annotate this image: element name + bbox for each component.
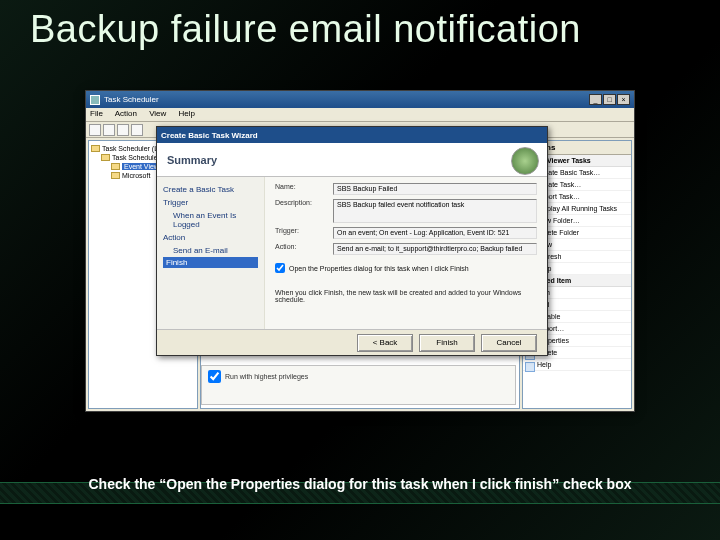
create-basic-task-wizard: Create Basic Task Wizard Summary Create … [156,126,548,356]
value-name: SBS Backup Failed [333,183,537,195]
highest-privileges-checkbox[interactable] [208,370,221,383]
app-icon [90,95,100,105]
label-name: Name: [275,183,333,195]
forward-icon[interactable] [103,124,115,136]
label-action: Action: [275,243,333,255]
menu-view[interactable]: View [149,109,166,118]
minimize-button[interactable]: _ [589,94,602,105]
maximize-button[interactable]: □ [603,94,616,105]
value-trigger: On an event; On event - Log: Application… [333,227,537,239]
slide-title: Backup failure email notification [30,8,581,51]
wizard-steps: Create a Basic Task Trigger When an Even… [157,177,265,329]
value-action: Send an e-mail; to it_support@thirdtierp… [333,243,537,255]
close-button[interactable]: × [617,94,630,105]
back-icon[interactable] [89,124,101,136]
step-create[interactable]: Create a Basic Task [163,183,258,196]
task-scheduler-window: Task Scheduler _ □ × File Action View He… [85,90,635,412]
open-properties-label: Open the Properties dialog for this task… [289,265,469,272]
menu-help[interactable]: Help [179,109,195,118]
wizard-note: When you click Finish, the new task will… [275,289,537,303]
step-when[interactable]: When an Event Is Logged [163,209,258,231]
menu-action[interactable]: Action [115,109,137,118]
action-help-2[interactable]: Help [523,359,631,371]
back-button[interactable]: < Back [357,334,413,352]
wizard-titlebar[interactable]: Create Basic Task Wizard [157,127,547,143]
step-action[interactable]: Action [163,231,258,244]
properties-fragment: Run with highest privileges [201,365,516,405]
wizard-footer: < Back Finish Cancel [157,329,547,355]
window-title-text: Task Scheduler [104,95,159,104]
menu-file[interactable]: File [90,109,103,118]
wizard-header: Summary [157,143,547,177]
step-send[interactable]: Send an E-mail [163,244,258,257]
value-description: SBS Backup failed event notification tas… [333,199,537,223]
finish-button[interactable]: Finish [419,334,475,352]
highest-privileges-label: Run with highest privileges [225,373,308,380]
help-icon[interactable] [131,124,143,136]
open-properties-checkbox[interactable] [275,263,285,273]
label-trigger: Trigger: [275,227,333,239]
step-trigger[interactable]: Trigger [163,196,258,209]
menu-bar: File Action View Help [86,108,634,122]
slide-caption: Check the “Open the Properties dialog fo… [0,476,720,492]
task-scheduler-titlebar[interactable]: Task Scheduler _ □ × [86,91,634,108]
cancel-button[interactable]: Cancel [481,334,537,352]
wizard-content: Name: SBS Backup Failed Description: SBS… [265,177,547,329]
refresh-icon[interactable] [117,124,129,136]
open-properties-checkbox-row[interactable]: Open the Properties dialog for this task… [275,263,537,273]
step-finish[interactable]: Finish [163,257,258,268]
label-description: Description: [275,199,333,223]
